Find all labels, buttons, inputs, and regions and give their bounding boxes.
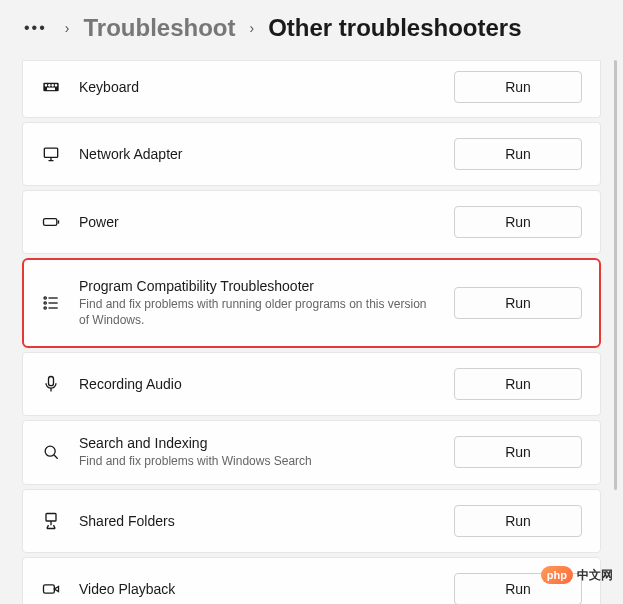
card-title: Shared Folders bbox=[79, 513, 436, 529]
troubleshooter-card-video-playback[interactable]: Video Playback Run bbox=[22, 557, 601, 604]
microphone-icon bbox=[41, 374, 61, 394]
svg-point-3 bbox=[52, 85, 53, 86]
run-button[interactable]: Run bbox=[454, 138, 582, 170]
svg-rect-7 bbox=[44, 219, 57, 226]
run-button[interactable]: Run bbox=[454, 505, 582, 537]
svg-point-2 bbox=[49, 85, 50, 86]
card-description: Find and fix problems with running older… bbox=[79, 296, 436, 328]
card-title: Video Playback bbox=[79, 581, 436, 597]
svg-point-8 bbox=[44, 297, 46, 299]
breadcrumb-more-icon[interactable]: ••• bbox=[24, 19, 51, 37]
breadcrumb: ••• › Troubleshoot › Other troubleshoote… bbox=[0, 0, 623, 60]
card-body: Shared Folders bbox=[79, 513, 436, 529]
power-icon bbox=[41, 212, 61, 232]
card-body: Video Playback bbox=[79, 581, 436, 597]
watermark-badge: php bbox=[541, 566, 573, 584]
run-button[interactable]: Run bbox=[454, 436, 582, 468]
troubleshooter-card-recording-audio[interactable]: Recording Audio Run bbox=[22, 352, 601, 416]
card-body: Recording Audio bbox=[79, 376, 436, 392]
svg-point-9 bbox=[44, 302, 46, 304]
card-description: Find and fix problems with Windows Searc… bbox=[79, 453, 436, 469]
card-body: Keyboard bbox=[79, 79, 436, 95]
svg-point-1 bbox=[45, 85, 46, 86]
run-button[interactable]: Run bbox=[454, 71, 582, 103]
troubleshooter-card-network[interactable]: Network Adapter Run bbox=[22, 122, 601, 186]
svg-point-10 bbox=[44, 307, 46, 309]
troubleshooter-list: Keyboard Run Network Adapter Run Power R… bbox=[0, 60, 623, 604]
card-title: Recording Audio bbox=[79, 376, 436, 392]
breadcrumb-prev[interactable]: Troubleshoot bbox=[83, 14, 235, 42]
watermark-text: 中文网 bbox=[577, 567, 613, 584]
troubleshooter-card-search-indexing[interactable]: Search and Indexing Find and fix problem… bbox=[22, 420, 601, 484]
network-adapter-icon bbox=[41, 144, 61, 164]
troubleshooter-card-shared-folders[interactable]: Shared Folders Run bbox=[22, 489, 601, 553]
card-body: Power bbox=[79, 214, 436, 230]
card-title: Keyboard bbox=[79, 79, 436, 95]
scrollbar[interactable] bbox=[614, 60, 617, 490]
troubleshooter-card-keyboard[interactable]: Keyboard Run bbox=[22, 60, 601, 118]
svg-rect-5 bbox=[48, 88, 55, 89]
program-compat-icon bbox=[41, 293, 61, 313]
svg-rect-6 bbox=[44, 148, 57, 157]
video-icon bbox=[41, 579, 61, 599]
run-button[interactable]: Run bbox=[454, 368, 582, 400]
card-body: Search and Indexing Find and fix problem… bbox=[79, 435, 436, 469]
card-body: Network Adapter bbox=[79, 146, 436, 162]
watermark: php 中文网 bbox=[541, 566, 613, 584]
card-title: Search and Indexing bbox=[79, 435, 436, 451]
keyboard-icon bbox=[41, 77, 61, 97]
chevron-right-icon: › bbox=[249, 20, 254, 36]
svg-rect-0 bbox=[43, 82, 60, 92]
card-title: Power bbox=[79, 214, 436, 230]
card-title: Network Adapter bbox=[79, 146, 436, 162]
card-body: Program Compatibility Troubleshooter Fin… bbox=[79, 278, 436, 328]
run-button[interactable]: Run bbox=[454, 206, 582, 238]
svg-point-4 bbox=[55, 85, 56, 86]
shared-folders-icon bbox=[41, 511, 61, 531]
svg-rect-13 bbox=[46, 513, 56, 521]
breadcrumb-current: Other troubleshooters bbox=[268, 14, 521, 42]
run-button[interactable]: Run bbox=[454, 287, 582, 319]
chevron-right-icon: › bbox=[65, 20, 70, 36]
card-title: Program Compatibility Troubleshooter bbox=[79, 278, 436, 294]
svg-rect-11 bbox=[49, 377, 54, 386]
search-icon bbox=[41, 442, 61, 462]
svg-rect-14 bbox=[44, 584, 55, 592]
troubleshooter-card-power[interactable]: Power Run bbox=[22, 190, 601, 254]
troubleshooter-card-program-compat[interactable]: Program Compatibility Troubleshooter Fin… bbox=[22, 258, 601, 348]
svg-point-12 bbox=[45, 447, 55, 457]
